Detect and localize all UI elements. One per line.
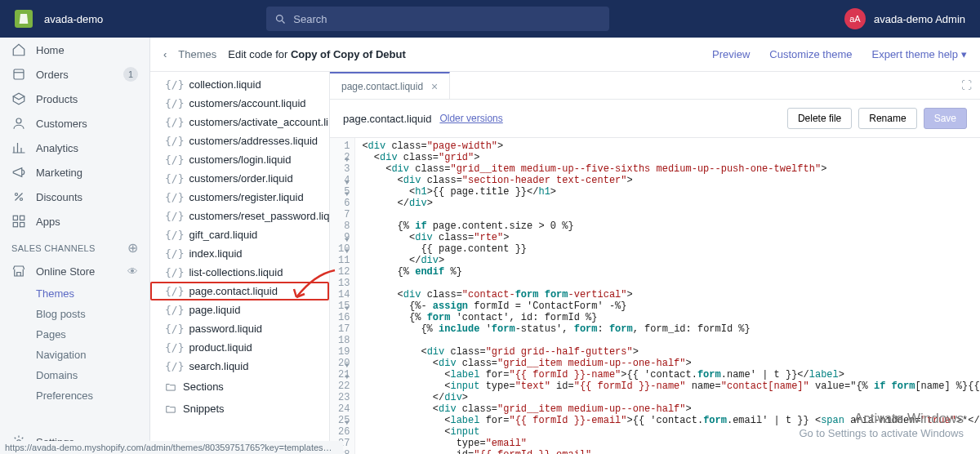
file-item[interactable]: {/}page.liquid bbox=[150, 300, 329, 319]
liquid-file-icon: {/} bbox=[165, 360, 184, 372]
sidebar-item-orders[interactable]: Orders1 bbox=[0, 62, 149, 87]
file-item[interactable]: {/}customers/account.liquid bbox=[150, 94, 329, 113]
file-item[interactable]: {/}customers/login.liquid bbox=[150, 150, 329, 169]
sidebar: HomeOrders1ProductsCustomersAnalyticsMar… bbox=[0, 38, 150, 454]
sales-channels-label: SALES CHANNELS ⊕ bbox=[0, 234, 149, 259]
sidebar-item-analytics[interactable]: Analytics bbox=[0, 136, 149, 160]
file-action-bar: page.contact.liquid Older versions Delet… bbox=[330, 100, 980, 138]
sidebar-sub-blog-posts[interactable]: Blog posts bbox=[0, 304, 149, 324]
store-icon bbox=[11, 264, 26, 278]
sidebar-channel-online-store[interactable]: Online Store👁 bbox=[0, 259, 149, 283]
sidebar-item-products[interactable]: Products bbox=[0, 87, 149, 111]
add-channel-icon[interactable]: ⊕ bbox=[127, 240, 138, 256]
delete-button[interactable]: Delete file bbox=[787, 108, 852, 129]
orders-icon bbox=[11, 67, 26, 82]
search-input[interactable] bbox=[293, 13, 601, 25]
liquid-file-icon: {/} bbox=[165, 78, 184, 91]
liquid-file-icon: {/} bbox=[165, 341, 184, 354]
file-item[interactable]: {/}customers/register.liquid bbox=[150, 188, 329, 207]
badge: 1 bbox=[123, 67, 138, 82]
file-tree: {/}collection.liquid{/}customers/account… bbox=[150, 72, 330, 454]
liquid-file-icon: {/} bbox=[165, 154, 184, 166]
eye-icon[interactable]: 👁 bbox=[127, 265, 138, 278]
folder-sections[interactable]: Sections bbox=[150, 376, 329, 398]
sidebar-sub-domains[interactable]: Domains bbox=[0, 365, 149, 385]
file-item[interactable]: {/}customers/activate_account.li bbox=[150, 113, 329, 131]
file-item[interactable]: {/}customers/order.liquid bbox=[150, 169, 329, 188]
older-versions-link[interactable]: Older versions bbox=[439, 113, 502, 124]
breadcrumb-bar: ‹ Themes Edit code for Copy of Copy of D… bbox=[150, 38, 980, 72]
apps-icon bbox=[11, 214, 26, 229]
file-item[interactable]: {/}search.liquid bbox=[150, 357, 329, 376]
edit-code-label: Edit code for Copy of Copy of Debut bbox=[228, 48, 405, 60]
preview-link[interactable]: Preview bbox=[712, 48, 750, 60]
theme-actions: Preview Customize theme Expert theme hel… bbox=[712, 48, 967, 60]
liquid-file-icon: {/} bbox=[165, 247, 184, 260]
liquid-file-icon: {/} bbox=[165, 172, 184, 185]
file-item[interactable]: {/}password.liquid bbox=[150, 319, 329, 338]
file-item[interactable]: {/}customers/addresses.liquid bbox=[150, 131, 329, 150]
svg-rect-9 bbox=[20, 223, 24, 227]
liquid-file-icon: {/} bbox=[165, 304, 184, 316]
sidebar-sub-navigation[interactable]: Navigation bbox=[0, 345, 149, 365]
sidebar-item-customers[interactable]: Customers bbox=[0, 111, 149, 136]
sidebar-sub-preferences[interactable]: Preferences bbox=[0, 385, 149, 406]
file-item[interactable]: {/}list-collections.liquid bbox=[150, 263, 329, 282]
sidebar-item-discounts[interactable]: Discounts bbox=[0, 185, 149, 209]
status-url: https://avada-demo.myshopify.com/admin/t… bbox=[0, 441, 343, 454]
products-icon bbox=[11, 91, 26, 106]
content-area: ‹ Themes Edit code for Copy of Copy of D… bbox=[150, 38, 980, 454]
sidebar-item-apps[interactable]: Apps bbox=[0, 209, 149, 234]
close-icon[interactable]: × bbox=[431, 80, 438, 93]
search-icon bbox=[274, 13, 287, 25]
svg-point-4 bbox=[16, 194, 18, 196]
file-item[interactable]: {/}product.liquid bbox=[150, 338, 329, 357]
liquid-file-icon: {/} bbox=[165, 135, 184, 147]
customize-link[interactable]: Customize theme bbox=[769, 48, 852, 60]
svg-rect-6 bbox=[13, 216, 17, 220]
sidebar-sub-pages[interactable]: Pages bbox=[0, 324, 149, 345]
svg-line-1 bbox=[283, 20, 285, 23]
search-box[interactable] bbox=[266, 7, 609, 31]
user-name[interactable]: avada-demo Admin bbox=[874, 13, 965, 25]
svg-rect-8 bbox=[13, 223, 17, 227]
save-button[interactable]: Save bbox=[924, 108, 967, 129]
sidebar-item-marketing[interactable]: Marketing bbox=[0, 160, 149, 185]
code-editor[interactable]: 1 ▾23 ▾4 ▾5678 ▾9 ▾1011121314 ▾151617181… bbox=[330, 138, 980, 454]
discounts-icon bbox=[11, 189, 26, 204]
svg-rect-7 bbox=[20, 216, 24, 220]
shopify-logo bbox=[15, 10, 33, 28]
rename-button[interactable]: Rename bbox=[858, 108, 916, 129]
file-item[interactable]: {/}index.liquid bbox=[150, 244, 329, 263]
sidebar-item-home[interactable]: Home bbox=[0, 38, 149, 62]
liquid-file-icon: {/} bbox=[165, 210, 184, 222]
file-title: page.contact.liquid bbox=[343, 113, 431, 125]
file-item[interactable]: {/}gift_card.liquid bbox=[150, 225, 329, 244]
analytics-icon bbox=[11, 140, 26, 155]
liquid-file-icon: {/} bbox=[165, 266, 184, 278]
liquid-file-icon: {/} bbox=[165, 116, 184, 128]
svg-point-5 bbox=[20, 198, 23, 201]
top-bar: avada-demo aA avada-demo Admin bbox=[0, 0, 980, 38]
file-item[interactable]: {/}page.contact.liquid bbox=[150, 282, 329, 300]
avatar[interactable]: aA bbox=[844, 8, 866, 29]
svg-point-0 bbox=[277, 15, 283, 21]
back-chevron-icon[interactable]: ‹ bbox=[163, 48, 167, 60]
liquid-file-icon: {/} bbox=[165, 97, 184, 109]
marketing-icon bbox=[11, 165, 26, 180]
liquid-file-icon: {/} bbox=[165, 323, 184, 335]
store-name: avada-demo bbox=[44, 13, 103, 25]
folder-snippets[interactable]: Snippets bbox=[150, 398, 329, 420]
breadcrumb-back[interactable]: Themes bbox=[178, 48, 216, 60]
sidebar-sub-themes[interactable]: Themes bbox=[0, 283, 149, 304]
editor-tab[interactable]: page.contact.liquid × bbox=[330, 72, 450, 99]
liquid-file-icon: {/} bbox=[165, 229, 184, 241]
liquid-file-icon: {/} bbox=[165, 191, 184, 203]
expand-icon[interactable]: ⛶ bbox=[961, 79, 972, 91]
file-item[interactable]: {/}collection.liquid bbox=[150, 75, 329, 94]
expert-help-link[interactable]: Expert theme help▾ bbox=[871, 48, 967, 60]
home-icon bbox=[11, 42, 26, 57]
folder-icon bbox=[165, 381, 176, 393]
file-item[interactable]: {/}customers/reset_password.liq bbox=[150, 207, 329, 225]
windows-watermark: Activate Windows Go to Settings to activ… bbox=[799, 411, 964, 439]
